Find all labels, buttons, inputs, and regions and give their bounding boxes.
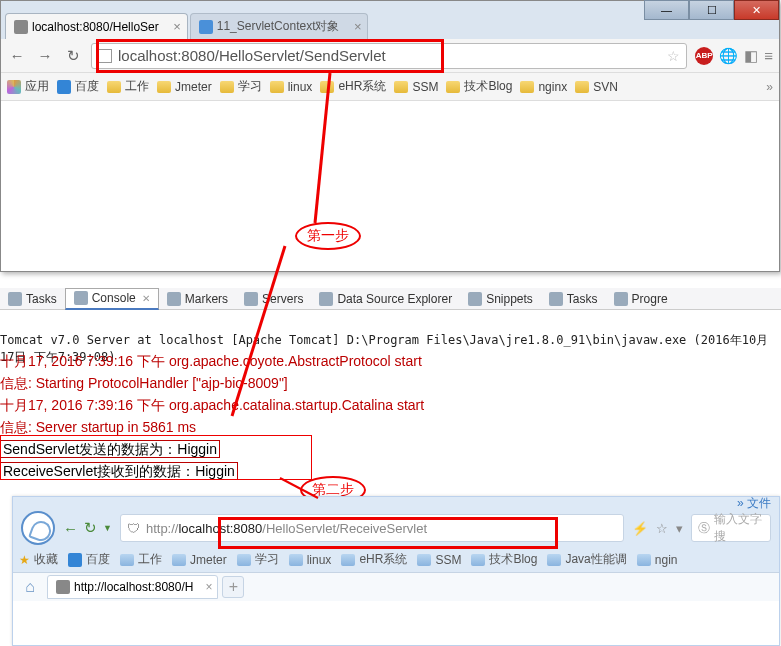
star-icon[interactable]: ☆ (656, 521, 668, 536)
folder-icon (270, 81, 284, 93)
forward-button[interactable]: → (35, 46, 55, 66)
tasks-icon (8, 292, 22, 306)
baidu-icon (57, 80, 71, 94)
sg-page-content (13, 601, 779, 645)
progress-icon (614, 292, 628, 306)
view-tasks[interactable]: Tasks (0, 288, 65, 310)
bookmark-item[interactable]: linux (289, 553, 332, 567)
view-progress[interactable]: Progre (606, 288, 676, 310)
bookmark-item[interactable]: eHR系统 (320, 78, 386, 95)
tab-inactive[interactable]: 11_ServletContext对象 × (190, 13, 369, 39)
sg-reload-button[interactable]: ↻ (84, 519, 97, 537)
minimize-button[interactable]: — (644, 0, 689, 20)
bookmark-item[interactable]: SVN (575, 80, 618, 94)
markers-icon (167, 292, 181, 306)
bookmark-item[interactable]: 学习 (220, 78, 262, 95)
folder-icon (417, 554, 431, 566)
tab-close-icon[interactable]: × (205, 580, 212, 594)
folder-icon (471, 554, 485, 566)
sg-files-label[interactable]: » 文件 (737, 495, 771, 512)
tab-active[interactable]: localhost:8080/HelloSer × (5, 13, 188, 39)
menu-button[interactable]: ≡ (764, 47, 773, 64)
bookmark-item[interactable]: Java性能调 (547, 551, 626, 568)
bookmark-item[interactable]: SSM (394, 80, 438, 94)
bookmark-item[interactable]: 学习 (237, 551, 279, 568)
log-line: 信息: Starting ProtocolHandler ["ajp-bio-8… (0, 372, 781, 394)
reload-button[interactable]: ↻ (63, 46, 83, 66)
view-dse[interactable]: Data Source Explorer (311, 288, 460, 310)
folder-icon (237, 554, 251, 566)
bookmark-item[interactable]: SSM (417, 553, 461, 567)
annotation-box-url1 (96, 39, 444, 73)
folder-icon (107, 81, 121, 93)
shield-icon: 🛡 (127, 521, 140, 536)
bookmark-item[interactable]: Jmeter (157, 80, 212, 94)
folder-icon (341, 554, 355, 566)
view-servers[interactable]: Servers (236, 288, 311, 310)
sg-home-button[interactable]: ⌂ (17, 576, 43, 598)
folder-icon (120, 554, 134, 566)
folder-icon (220, 81, 234, 93)
tab-label: 11_ServletContext对象 (217, 18, 340, 35)
sg-tab-label: http://localhost:8080/H (74, 580, 193, 594)
close-button[interactable]: ✕ (734, 0, 779, 20)
favicon-icon (199, 20, 213, 34)
sg-tab-strip: ⌂ http://localhost:8080/H × + (13, 573, 779, 601)
view-markers[interactable]: Markers (159, 288, 236, 310)
log-timestamp: 十月17, 2016 7:39:16 下午 (0, 353, 165, 369)
bookmark-item[interactable]: linux (270, 80, 313, 94)
titlebar: — ☐ ✕ (1, 1, 779, 11)
tab-close-icon[interactable]: × (354, 19, 362, 34)
log-value: 5861 ms (142, 419, 196, 435)
abp-icon[interactable]: ABP (695, 47, 713, 65)
bookmark-item[interactable]: 百度 (68, 551, 110, 568)
bookmark-item[interactable]: 技术Blog (471, 551, 537, 568)
bookmark-bar: 应用 百度 工作 Jmeter 学习 linux eHR系统 SSM 技术Blo… (1, 73, 779, 101)
globe-icon[interactable]: 🌐 (719, 47, 738, 65)
eclipse-views: Tasks Console✕ Markers Servers Data Sour… (0, 288, 781, 310)
sg-titlebar: » 文件 (13, 497, 779, 509)
folder-icon (547, 554, 561, 566)
back-button[interactable]: ← (7, 46, 27, 66)
bookmark-item[interactable]: Jmeter (172, 553, 227, 567)
folder-icon (575, 81, 589, 93)
apps-bookmark[interactable]: 应用 (7, 78, 49, 95)
tasks-icon (549, 292, 563, 306)
tab-close-icon[interactable]: × (173, 19, 181, 34)
folder-icon (520, 81, 534, 93)
log-line: 信息: Server startup in (0, 419, 139, 435)
sg-new-tab-button[interactable]: + (222, 576, 244, 598)
flash-icon[interactable]: ⚡ (632, 521, 648, 536)
bookmark-item[interactable]: 百度 (57, 78, 99, 95)
view-tasks2[interactable]: Tasks (541, 288, 606, 310)
dropdown-icon[interactable]: ▾ (676, 521, 683, 536)
bookmark-item[interactable]: 工作 (120, 551, 162, 568)
extension-icon[interactable]: ◧ (744, 47, 758, 65)
bookmark-item[interactable]: eHR系统 (341, 551, 407, 568)
folder-icon (394, 81, 408, 93)
bookmark-star-icon[interactable]: ☆ (667, 48, 680, 64)
sg-back-button[interactable]: ← (63, 520, 78, 537)
sg-tab[interactable]: http://localhost:8080/H × (47, 575, 218, 599)
bookmark-item[interactable]: 工作 (107, 78, 149, 95)
console-icon (74, 291, 88, 305)
sg-dropdown-icon[interactable]: ▼ (103, 523, 112, 533)
sg-bookmark-bar: ★收藏 百度 工作 Jmeter 学习 linux eHR系统 SSM 技术Bl… (13, 547, 779, 573)
tab-label: localhost:8080/HelloSer (32, 20, 159, 34)
folder-icon (289, 554, 303, 566)
sg-search-box[interactable]: Ⓢ 输入文字搜 (691, 514, 771, 542)
folder-icon (320, 81, 334, 93)
servers-icon (244, 292, 258, 306)
bookmark-item[interactable]: 技术Blog (446, 78, 512, 95)
maximize-button[interactable]: ☐ (689, 0, 734, 20)
sg-fav-button[interactable]: ★收藏 (19, 551, 58, 568)
star-icon: ★ (19, 553, 30, 567)
bookmark-overflow-icon[interactable]: » (766, 80, 773, 94)
bookmark-item[interactable]: nginx (520, 80, 567, 94)
bookmark-item[interactable]: ngin (637, 553, 678, 567)
close-icon[interactable]: ✕ (142, 293, 150, 304)
sogou-logo-icon[interactable] (21, 511, 55, 545)
folder-icon (157, 81, 171, 93)
view-snippets[interactable]: Snippets (460, 288, 541, 310)
view-console[interactable]: Console✕ (65, 288, 159, 310)
